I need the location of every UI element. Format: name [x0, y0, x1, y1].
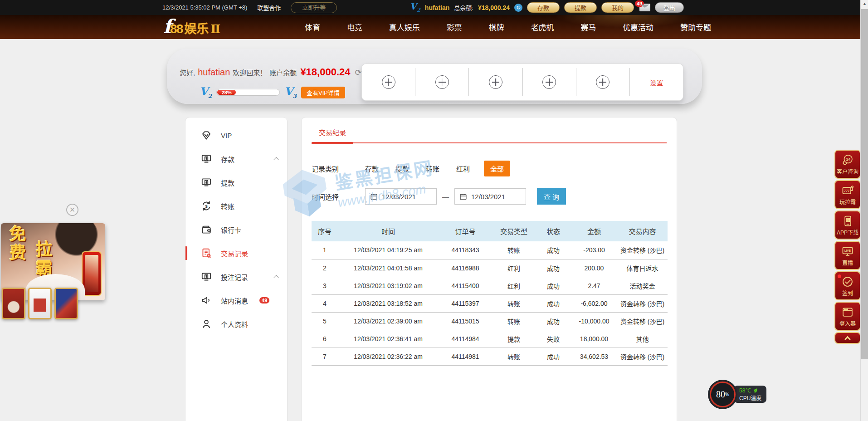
chevron-up-icon	[273, 275, 278, 280]
cell-amount: 200.00	[571, 259, 617, 277]
nav-item[interactable]: 彩票	[447, 21, 462, 33]
mine-button[interactable]: 我的	[601, 2, 634, 13]
quick-add-slot-3[interactable]	[468, 68, 522, 96]
date-from-input[interactable]: 12/03/2021	[365, 188, 437, 205]
nav-item[interactable]: 老虎机	[531, 21, 554, 33]
cpu-label: CPU温度	[739, 394, 764, 401]
nav-item[interactable]: 棋牌	[489, 21, 504, 33]
cell-status: 成功	[536, 259, 571, 277]
category-option[interactable]: 红利	[456, 164, 470, 173]
vip-current-icon: V2	[200, 86, 212, 99]
upgrade-button[interactable]: 立即升等	[291, 2, 337, 13]
query-button[interactable]: 查 询	[537, 188, 566, 205]
slot-machine-button[interactable]: 777 玩拉霸	[834, 180, 861, 209]
promo-thumbnail[interactable]	[2, 288, 25, 319]
cell-amount: 18,000.00	[571, 330, 617, 348]
cell-time: 12/03/2021 03:19:02 am	[338, 277, 439, 294]
nav-item[interactable]: 真人娱乐	[389, 21, 420, 33]
nav-item[interactable]: 电竞	[347, 21, 362, 33]
scroll-up-icon[interactable]: ▲	[861, 1, 868, 6]
site-logo[interactable]: f 88 娱乐 Ⅱ	[163, 18, 220, 37]
sidebar-item-withdraw[interactable]: 提款	[185, 171, 287, 194]
cell-content: 资金转移 (沙巴)	[617, 241, 668, 259]
time-select-label: 时间选择	[312, 192, 353, 201]
slot-machine-icon: 777	[841, 184, 854, 197]
settings-button[interactable]: 设置	[629, 68, 683, 96]
scrollbar-thumb[interactable]	[861, 9, 868, 359]
launcher-icon	[841, 306, 854, 318]
promo-thumbnail[interactable]	[28, 288, 52, 319]
transactions-table: 序号时间订单号交易类型状态金额交易内容 1 12/03/2021 04:19:2…	[312, 221, 668, 366]
category-option[interactable]: 转账	[426, 164, 439, 173]
sidebar-item-bank-card[interactable]: 银行卡	[185, 218, 287, 241]
profile-icon	[200, 318, 212, 330]
app-download-button[interactable]: APP下载	[834, 210, 861, 240]
withdraw-button[interactable]: 提款	[564, 2, 597, 13]
sidebar-item-transfer[interactable]: $ 转账	[185, 194, 287, 218]
sidebar-item-vip[interactable]: VIP	[185, 123, 287, 147]
promo-banner[interactable]: 免费 拉霸	[1, 223, 105, 319]
quick-add-slot-5[interactable]	[576, 68, 629, 96]
cell-type: 转账	[492, 294, 536, 312]
table-row: 5 12/03/2021 02:39:00 am 44115015 转账 成功 …	[312, 312, 668, 330]
sidebar-item-profile[interactable]: 个人资料	[185, 312, 287, 336]
nav-item[interactable]: 体育	[305, 21, 320, 33]
mail-icon[interactable]: 49	[639, 4, 650, 11]
date-to-input[interactable]: 12/03/2021	[454, 188, 526, 205]
sidebar-item-transaction-record[interactable]: 交易记录	[185, 241, 287, 265]
sidebar-item-messages[interactable]: 站内消息 49	[185, 289, 287, 312]
cpu-usage-gauge: 80%	[710, 382, 736, 407]
collapse-sidebar-button[interactable]	[834, 332, 861, 344]
account-balance-value: ¥18,000.24	[300, 66, 350, 78]
quick-add-slot-1[interactable]	[362, 68, 415, 96]
check-in-button[interactable]: 签到	[834, 271, 861, 300]
topbar: 12/3/2021 5:35:02 PM (GMT +8) 联盟合作 立即升等 …	[0, 0, 868, 15]
vip-detail-button[interactable]: 查看VIP详情	[301, 87, 345, 98]
page-scrollbar[interactable]: ▲	[860, 0, 868, 421]
refresh-icon[interactable]: ⟳	[355, 68, 361, 78]
nav-item[interactable]: 优惠活动	[623, 21, 653, 33]
quick-add-slot-2[interactable]	[415, 68, 468, 96]
nav-item[interactable]: 赛马	[580, 21, 596, 33]
welcome-username: hufatian	[198, 67, 230, 78]
sidebar-item-betting-record[interactable]: 投注记录	[185, 265, 287, 289]
refresh-balance-icon[interactable]: ↻	[514, 4, 522, 12]
close-promo-icon[interactable]: ✕	[66, 204, 78, 216]
category-filter-row: 记录类别 存款提款转账红利全部	[312, 161, 677, 176]
cell-seq: 7	[312, 348, 338, 365]
cell-order-id: 44114984	[439, 330, 492, 348]
page: 12/3/2021 5:35:02 PM (GMT +8) 联盟合作 立即升等 …	[0, 0, 868, 421]
cell-time: 12/03/2021 02:39:00 am	[338, 312, 439, 330]
promo-thumbnail[interactable]	[54, 288, 78, 319]
live-stream-button[interactable]: LIVE 直播	[834, 241, 861, 270]
launcher-button[interactable]: 登入器	[834, 302, 861, 331]
category-option[interactable]: 存款	[365, 164, 379, 173]
deposit-button[interactable]: 存款	[527, 2, 560, 13]
cell-time: 12/03/2021 04:19:25 am	[338, 241, 439, 259]
table-row: 6 12/03/2021 02:36:41 am 44114984 提款 失败 …	[312, 330, 668, 348]
vip-progress-row: V2 28% V3 查看VIP详情	[200, 86, 345, 99]
column-header: 交易内容	[617, 221, 668, 241]
logout-button[interactable]: 登出	[655, 2, 684, 13]
withdraw-icon	[200, 176, 212, 188]
nav-item[interactable]: 赞助专题	[680, 21, 711, 33]
category-option[interactable]: 全部	[484, 161, 510, 176]
cell-status: 成功	[536, 241, 571, 259]
sidebar-item-deposit[interactable]: 存款	[185, 147, 287, 171]
promo-thumbnails	[2, 288, 78, 319]
tabs-row: 交易纪录	[312, 127, 667, 143]
category-option[interactable]: 提款	[395, 164, 409, 173]
alliance-link[interactable]: 联盟合作	[257, 3, 281, 12]
transaction-panel: 交易纪录 记录类别 存款提款转账红利全部 时间选择 12/03/2021 — 1…	[301, 117, 677, 421]
date-range-separator: —	[442, 193, 449, 201]
date-filter-row: 时间选择 12/03/2021 — 12/03/2021 查 询	[312, 188, 677, 205]
cell-type: 转账	[492, 348, 536, 365]
cell-order-id: 44116988	[439, 259, 492, 277]
greeting-prefix: 您好,	[180, 68, 195, 77]
svg-text:$: $	[205, 204, 208, 209]
tab-transaction-records[interactable]: 交易纪录	[312, 127, 353, 142]
cell-time: 12/03/2021 02:36:22 am	[338, 348, 439, 365]
quick-add-slot-4[interactable]	[522, 68, 576, 96]
floating-sidebar: 24 客户咨询 777 玩拉霸 APP下载 LIVE 直播 签到 登入器	[834, 150, 861, 344]
customer-service-button[interactable]: 24 客户咨询	[834, 150, 861, 179]
